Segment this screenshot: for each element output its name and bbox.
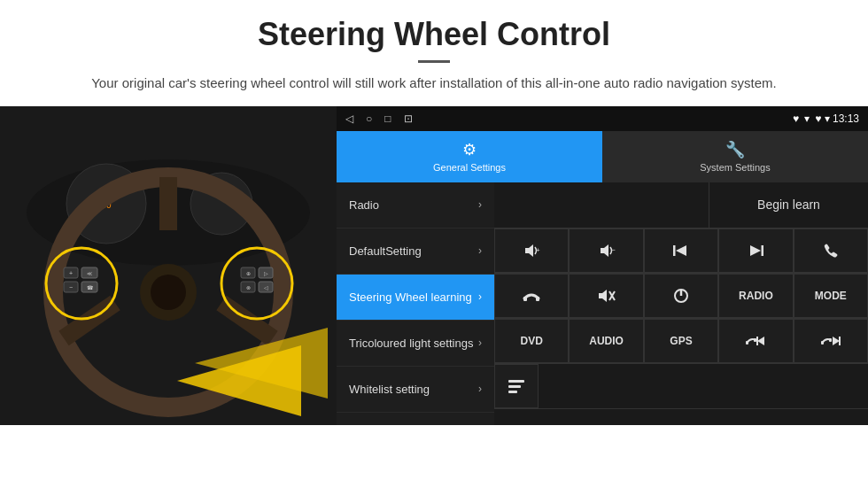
power-button[interactable] [644,274,718,318]
next-track-icon [747,244,764,258]
svg-text:▷: ▷ [264,271,268,276]
mode-label: MODE [815,290,847,302]
hangup-button[interactable] [494,274,569,318]
svg-rect-56 [508,391,517,393]
tab-system-label: System Settings [700,162,770,173]
status-bar-right: ♥ ▾ ♥ ▾ 13:13 [793,112,859,125]
content-area: 80 + − ≪ ☎ ⊕ [0,106,868,425]
svg-marker-33 [601,244,608,257]
phone-icon [823,243,839,259]
svg-rect-51 [829,338,832,342]
menu-icon: ⊡ [404,112,413,125]
android-panel: ◁ ○ □ ⊡ ♥ ▾ ♥ ▾ 13:13 ⚙ General Settings… [337,106,868,425]
svg-rect-46 [746,341,748,345]
svg-rect-39 [523,297,527,301]
prev-track-icon [672,244,690,258]
menu-item-whitelist[interactable]: Whitelist setting › [337,367,494,413]
tab-system-settings[interactable]: 🔧 System Settings [602,131,868,182]
subtitle-text: Your original car's steering wheel contr… [35,74,833,94]
svg-marker-52 [833,337,840,345]
begin-learn-button[interactable]: Begin learn [709,182,868,228]
svg-text:+: + [536,246,540,254]
svg-rect-35 [673,245,676,256]
signal-icon: ▾ [804,112,810,125]
svg-text:+: + [69,270,73,276]
clock: ♥ ▾ 13:13 [815,112,859,125]
volume-down-icon: − [598,242,616,259]
power-icon [673,288,689,304]
location-icon: ♥ [793,112,799,125]
scan-list-button[interactable] [494,364,539,408]
svg-rect-55 [508,385,521,388]
mute-button[interactable] [569,274,643,318]
svg-marker-36 [676,245,686,256]
phone-next-button[interactable] [794,319,868,363]
volume-down-button[interactable]: − [569,228,643,273]
svg-text:−: − [610,245,615,254]
tab-general-settings[interactable]: ⚙ General Settings [337,131,602,182]
tab-general-label: General Settings [433,162,506,173]
volume-up-button[interactable]: + [494,228,569,273]
menu-item-radio[interactable]: Radio › [337,182,494,228]
chevron-icon: › [478,198,482,211]
control-row-2: RADIO MODE [494,274,868,319]
svg-rect-37 [762,245,764,256]
main-controls: Radio › DefaultSetting › Steering Wheel … [337,182,868,425]
chevron-icon: › [478,244,482,257]
gps-label: GPS [670,335,692,347]
svg-point-10 [151,275,186,310]
general-settings-icon: ⚙ [462,140,477,159]
volume-up-icon: + [523,242,540,259]
left-menu: Radio › DefaultSetting › Steering Wheel … [337,182,494,425]
svg-rect-47 [754,338,756,342]
control-row-1: + − [494,228,868,274]
svg-text:⊕: ⊕ [246,271,251,276]
home-icon: ○ [366,112,372,125]
phone-next-icon [820,334,841,348]
svg-text:◁: ◁ [264,285,268,290]
audio-button[interactable]: AUDIO [569,319,643,363]
svg-rect-49 [756,337,758,345]
phone-prev-button[interactable] [718,319,793,363]
menu-item-steering-wheel[interactable]: Steering Wheel learning › [337,275,494,321]
svg-text:≪: ≪ [87,271,92,276]
prev-track-button[interactable] [644,228,718,273]
scan-list-icon [507,378,526,394]
title-divider [418,60,450,63]
svg-marker-48 [757,337,764,345]
svg-marker-38 [750,245,761,256]
steering-wheel-image: 80 + − ≪ ☎ ⊕ [0,106,337,425]
back-icon: ◁ [345,112,353,125]
dvd-label: DVD [521,335,543,347]
tab-bar: ⚙ General Settings 🔧 System Settings [337,131,868,182]
menu-item-tricoloured[interactable]: Tricoloured light settings › [337,321,494,367]
svg-rect-54 [508,380,524,383]
phone-button[interactable] [794,228,868,273]
chevron-icon: › [478,383,482,395]
dvd-button[interactable]: DVD [494,319,569,363]
svg-text:☎: ☎ [87,285,94,290]
svg-marker-41 [599,290,607,302]
svg-rect-40 [536,297,539,301]
phone-prev-icon [745,334,766,348]
chevron-icon: › [478,290,482,303]
radio-button[interactable]: RADIO [718,274,793,318]
recents-icon: □ [384,112,391,125]
control-row-3: DVD AUDIO GPS [494,319,868,364]
menu-item-default-setting[interactable]: DefaultSetting › [337,228,494,275]
svg-text:−: − [69,284,73,290]
begin-learn-row: Begin learn [494,182,868,228]
svg-rect-50 [821,341,824,345]
page-title: Steering Wheel Control [35,16,833,53]
audio-label: AUDIO [589,335,624,347]
svg-text:⊗: ⊗ [246,285,251,290]
header-section: Steering Wheel Control Your original car… [0,0,868,106]
next-track-button[interactable] [718,228,793,273]
status-bar: ◁ ○ □ ⊡ ♥ ▾ ♥ ▾ 13:13 [337,106,868,131]
svg-rect-53 [839,337,841,345]
radio-label: RADIO [739,290,773,302]
system-settings-icon: 🔧 [725,140,745,159]
mode-button[interactable]: MODE [794,274,868,318]
status-bar-icons: ◁ ○ □ ⊡ [345,112,413,125]
gps-button[interactable]: GPS [644,319,718,363]
